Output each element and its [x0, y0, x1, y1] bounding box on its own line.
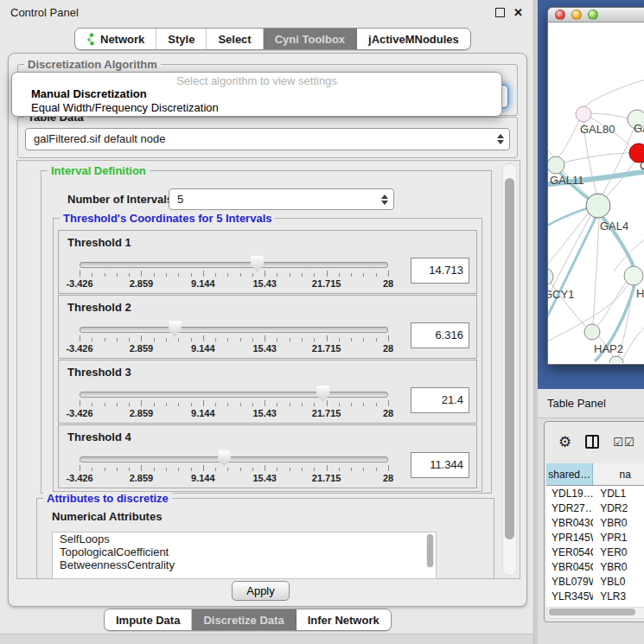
- slider-track[interactable]: [80, 456, 388, 462]
- table-data-selected-value: galFiltered.sif default node: [34, 132, 165, 145]
- table-row[interactable]: YBR043CYBR0: [546, 515, 644, 530]
- node-label-hap2: HAP2: [594, 342, 623, 355]
- list-scrollbar[interactable]: [426, 534, 434, 569]
- network-window-titlebar[interactable]: [548, 8, 644, 22]
- settings-vertical-scrollbar[interactable]: [502, 163, 517, 576]
- top-tab-bar: Network Style Select Cyni Toolbox jActiv…: [74, 28, 471, 50]
- node-table: shared… na YDL19…YDL1YDR27…YDR2YBR043CYB…: [546, 463, 644, 607]
- node-label-h: H: [636, 287, 644, 300]
- algorithm-dropdown-popup: Select algorithm to view settings Manual…: [11, 72, 502, 117]
- bottom-tab-bar: Impute Data Discretize Data Infer Networ…: [104, 609, 392, 631]
- table-row[interactable]: YLR345WYLR3: [546, 589, 644, 603]
- column-header-shared[interactable]: shared…: [546, 463, 593, 485]
- network-view-window[interactable]: GAL80 GA C GAL11 GAL4 GCY1 H HAP2: [547, 7, 644, 365]
- minimize-window-icon[interactable]: [571, 10, 582, 20]
- table-row[interactable]: YBL079WYBL0: [546, 574, 644, 589]
- settings-scroll-panel: Interval Definition Number of Intervals …: [16, 160, 520, 579]
- node-label-gcy1: GCY1: [548, 288, 574, 301]
- control-panel-titlebar: Control Panel ✕: [0, 0, 533, 24]
- attributes-group-title: Attributes to discretize: [43, 492, 172, 505]
- tab-infer-network[interactable]: Infer Network: [296, 609, 391, 630]
- threshold-1-label: Threshold 1: [67, 236, 131, 249]
- number-of-intervals-combobox[interactable]: 5: [169, 188, 394, 210]
- tab-impute-data[interactable]: Impute Data: [105, 609, 192, 630]
- table-row[interactable]: YDR27…YDR2: [546, 501, 644, 515]
- tab-discretize-data[interactable]: Discretize Data: [192, 609, 296, 630]
- node-label-ga: GA: [634, 122, 644, 135]
- float-panel-icon[interactable]: [495, 8, 505, 17]
- slider-ticks: [80, 465, 388, 472]
- interval-definition-title: Interval Definition: [48, 164, 150, 177]
- table-panel-title: Table Panel: [547, 397, 606, 410]
- network-icon: [86, 33, 96, 46]
- slider-track[interactable]: [80, 262, 388, 268]
- node-label-gal11: GAL11: [550, 174, 584, 187]
- tab-cyni-toolbox[interactable]: Cyni Toolbox: [264, 29, 357, 49]
- tab-jactivemnodules[interactable]: jActiveMNodules: [357, 29, 470, 49]
- threshold-2-slider[interactable]: -3.4262.8599.14415.4321.71528: [80, 321, 388, 355]
- threshold-1-slider[interactable]: -3.4262.8599.14415.4321.71528: [80, 256, 388, 290]
- node-gal11[interactable]: [548, 156, 564, 174]
- attributes-group: Attributes to discretize Numerical Attri…: [36, 498, 494, 578]
- table-data-combobox[interactable]: galFiltered.sif default node: [25, 128, 510, 150]
- threshold-2-label: Threshold 2: [67, 301, 131, 314]
- column-header-name[interactable]: na: [593, 463, 644, 485]
- apply-button[interactable]: Apply: [232, 581, 290, 601]
- desktop-background: GAL80 GA C GAL11 GAL4 GCY1 H HAP2: [538, 0, 644, 389]
- table-horizontal-scrollbar[interactable]: [546, 607, 644, 619]
- threshold-4-value[interactable]: 11.344: [411, 452, 469, 478]
- threshold-2-value[interactable]: 6.316: [411, 322, 469, 348]
- close-window-icon[interactable]: [555, 10, 565, 20]
- zoom-window-icon[interactable]: [588, 10, 598, 20]
- slider-scale-labels: -3.4262.8599.14415.4321.71528: [80, 408, 388, 418]
- tab-select[interactable]: Select: [207, 29, 263, 49]
- close-panel-icon[interactable]: ✕: [513, 6, 523, 19]
- cyni-content-panel: Discretization Algorithm Select algorith…: [8, 53, 527, 607]
- attribute-item[interactable]: SelfLoops: [53, 532, 436, 545]
- table-data-group: Table Data galFiltered.sif default node: [17, 117, 518, 158]
- threshold-2-panel: Threshold 2 -3.4262.8599.14415.4321.7152…: [58, 295, 477, 359]
- tab-network[interactable]: Network: [75, 29, 156, 49]
- control-panel-window: Control Panel ✕ Network Style Select Cyn…: [0, 0, 533, 644]
- slider-track[interactable]: [80, 392, 388, 398]
- columns-icon[interactable]: [585, 435, 599, 449]
- table-row[interactable]: YER054CYER0: [546, 545, 644, 559]
- algorithm-option-equal-width[interactable]: Equal Width/Frequency Discretization: [12, 101, 501, 115]
- checkbox-icons[interactable]: ☑☑: [613, 436, 634, 449]
- node-gcy1[interactable]: [548, 268, 553, 285]
- attribute-item[interactable]: TopologicalCoefficient: [53, 545, 436, 558]
- slider-track[interactable]: [80, 327, 388, 333]
- slider-ticks: [80, 271, 388, 277]
- threshold-1-value[interactable]: 14.713: [411, 258, 469, 284]
- interval-definition-group: Interval Definition Number of Intervals …: [41, 170, 492, 494]
- tab-style[interactable]: Style: [156, 29, 207, 49]
- threshold-3-label: Threshold 3: [67, 366, 131, 379]
- table-header: shared… na: [546, 463, 644, 486]
- threshold-3-slider[interactable]: -3.4262.8599.14415.4321.71528: [80, 386, 388, 420]
- thresholds-group-title: Threshold's Coordinates for 5 Intervals: [60, 212, 275, 225]
- table-row[interactable]: YDL19…YDL1: [546, 486, 644, 501]
- node-label-gal4: GAL4: [600, 220, 628, 233]
- attribute-item[interactable]: BetweennessCentrality: [53, 558, 436, 571]
- slider-scale-labels: -3.4262.8599.14415.4321.71528: [80, 473, 388, 483]
- node-label-gal80: GAL80: [580, 123, 615, 136]
- threshold-3-value[interactable]: 21.4: [411, 387, 469, 413]
- node-gal80[interactable]: [576, 106, 591, 122]
- node-hap2[interactable]: [584, 324, 600, 340]
- thresholds-group: Threshold's Coordinates for 5 Intervals …: [53, 218, 482, 492]
- table-toolbar: ⚙ ☑☑: [545, 422, 635, 462]
- node-gal4[interactable]: [586, 194, 610, 218]
- network-canvas[interactable]: GAL80 GA C GAL11 GAL4 GCY1 H HAP2: [548, 22, 644, 363]
- numerical-attributes-label: Numerical Attributes: [52, 510, 162, 523]
- table-row[interactable]: YBR045CYBR0: [546, 559, 644, 574]
- slider-ticks: [80, 400, 388, 407]
- combo-stepper-icon: [497, 134, 504, 144]
- gear-icon[interactable]: ⚙: [558, 435, 571, 450]
- table-row[interactable]: YPR145WYPR1: [546, 530, 644, 545]
- window-bottom-edge: [0, 634, 533, 644]
- numerical-attributes-list[interactable]: SelfLoopsTopologicalCoefficientBetweenne…: [52, 532, 437, 579]
- threshold-4-slider[interactable]: -3.4262.8599.14415.4321.71528: [80, 450, 388, 485]
- node-partial[interactable]: [609, 356, 623, 363]
- algorithm-option-manual[interactable]: Manual Discretization: [12, 87, 501, 101]
- node-h[interactable]: [624, 266, 643, 285]
